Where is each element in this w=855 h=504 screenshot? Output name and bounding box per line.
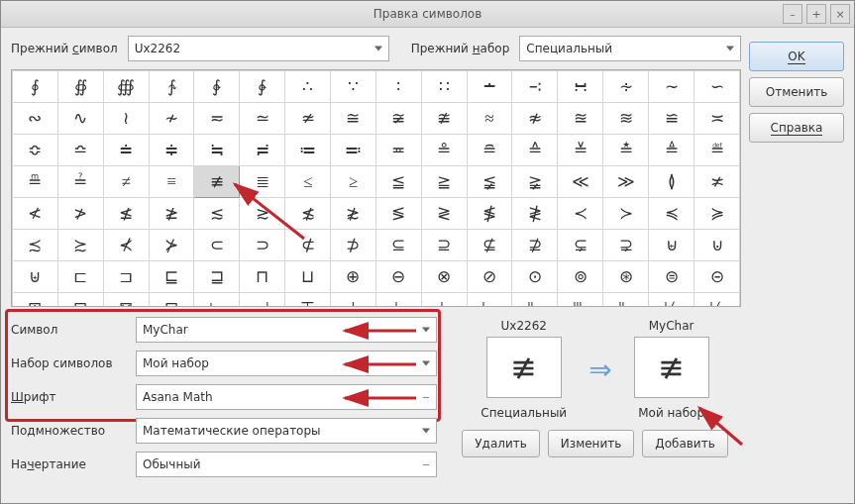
char-cell[interactable]: ≎: [13, 135, 58, 166]
char-cell[interactable]: ≺: [558, 198, 603, 230]
char-cell[interactable]: ≴: [285, 198, 331, 230]
char-cell[interactable]: ⊐: [103, 261, 149, 293]
char-cell[interactable]: ⊍: [695, 230, 740, 261]
char-cell[interactable]: ≧: [421, 166, 467, 198]
char-cell[interactable]: ⊆: [375, 230, 421, 261]
char-cell[interactable]: ⊤: [285, 293, 331, 308]
char-cell[interactable]: ≩: [512, 166, 558, 198]
char-cell[interactable]: ∺: [558, 71, 603, 103]
char-cell[interactable]: ∴: [285, 71, 331, 103]
char-cell[interactable]: ≰: [103, 198, 149, 230]
symbol-combo[interactable]: MyChar: [136, 317, 437, 343]
char-cell[interactable]: ≓: [240, 135, 285, 166]
char-cell[interactable]: ∹: [512, 71, 558, 103]
char-cell[interactable]: ⊞: [13, 293, 58, 308]
close-button[interactable]: ×: [830, 4, 850, 24]
char-cell[interactable]: ≭: [695, 166, 740, 198]
char-cell[interactable]: ≔: [285, 135, 331, 166]
char-cell[interactable]: ≂: [194, 103, 240, 135]
char-cell[interactable]: ≟: [57, 166, 103, 198]
char-cell[interactable]: ≜: [649, 135, 695, 166]
char-cell[interactable]: ≡: [149, 166, 194, 198]
char-cell[interactable]: ∽: [695, 71, 740, 103]
char-cell[interactable]: ∿: [57, 103, 103, 135]
char-cell[interactable]: ≒: [194, 135, 240, 166]
char-cell[interactable]: ≊: [558, 103, 603, 135]
char-cell[interactable]: ⊔: [285, 261, 331, 293]
char-cell[interactable]: ∾: [13, 103, 58, 135]
char-cell[interactable]: ⊨: [467, 293, 512, 308]
char-cell[interactable]: ∰: [103, 71, 149, 103]
minimize-button[interactable]: –: [783, 4, 802, 24]
char-cell[interactable]: ⊋: [603, 230, 649, 261]
char-cell[interactable]: ⊅: [331, 230, 376, 261]
char-cell[interactable]: ⊖: [375, 261, 421, 293]
char-cell[interactable]: ≋: [603, 103, 649, 135]
char-cell[interactable]: ∱: [149, 71, 194, 103]
char-cell[interactable]: ≱: [149, 198, 194, 230]
char-cell[interactable]: ≦: [375, 166, 421, 198]
char-cell[interactable]: ≍: [695, 103, 740, 135]
char-cell[interactable]: ≘: [467, 135, 512, 166]
char-cell[interactable]: ⊏: [57, 261, 103, 293]
char-cell[interactable]: ⊊: [558, 230, 603, 261]
char-cell[interactable]: ≐: [103, 135, 149, 166]
char-cell[interactable]: ∶: [375, 71, 421, 103]
char-cell[interactable]: ≣: [240, 166, 285, 198]
char-cell[interactable]: ⊪: [558, 293, 603, 308]
char-cell[interactable]: ⊩: [512, 293, 558, 308]
char-cell[interactable]: ≤: [285, 166, 331, 198]
char-cell[interactable]: ≢: [194, 166, 240, 198]
char-cell[interactable]: ∻: [603, 71, 649, 103]
char-cell[interactable]: ∳: [240, 71, 285, 103]
char-cell[interactable]: ⊄: [285, 230, 331, 261]
char-cell[interactable]: ⊬: [649, 293, 695, 308]
char-cell[interactable]: ≛: [603, 135, 649, 166]
char-cell[interactable]: ⊜: [649, 261, 695, 293]
char-cell[interactable]: ≵: [331, 198, 376, 230]
char-cell[interactable]: ≹: [512, 198, 558, 230]
char-cell[interactable]: ∼: [649, 71, 695, 103]
char-cell[interactable]: ≯: [57, 198, 103, 230]
char-cell[interactable]: ⊢: [194, 293, 240, 308]
char-cell[interactable]: ≃: [240, 103, 285, 135]
char-cell[interactable]: ∯: [57, 71, 103, 103]
help-button[interactable]: Справка: [749, 113, 844, 143]
char-cell[interactable]: ⊘: [467, 261, 512, 293]
char-cell[interactable]: ⊛: [603, 261, 649, 293]
char-cell[interactable]: ≇: [421, 103, 467, 135]
change-button[interactable]: Изменить: [548, 430, 635, 457]
char-cell[interactable]: ⊈: [467, 230, 512, 261]
char-cell[interactable]: ≪: [558, 166, 603, 198]
char-cell[interactable]: ≆: [375, 103, 421, 135]
char-cell[interactable]: ⊧: [421, 293, 467, 308]
char-cell[interactable]: ⊝: [695, 261, 740, 293]
char-cell[interactable]: ⊓: [240, 261, 285, 293]
char-cell[interactable]: ≕: [331, 135, 376, 166]
char-cell[interactable]: ⊁: [149, 230, 194, 261]
char-cell[interactable]: ⊦: [375, 293, 421, 308]
char-cell[interactable]: ≫: [603, 166, 649, 198]
char-cell[interactable]: ∵: [331, 71, 376, 103]
maximize-button[interactable]: +: [806, 4, 826, 24]
char-cell[interactable]: ⊭: [695, 293, 740, 308]
char-cell[interactable]: ⊃: [240, 230, 285, 261]
char-cell[interactable]: ⊠: [103, 293, 149, 308]
char-cell[interactable]: ⊇: [421, 230, 467, 261]
delete-button[interactable]: Удалить: [462, 430, 540, 457]
cancel-button[interactable]: Отменить: [749, 77, 844, 107]
char-cell[interactable]: ⊂: [194, 230, 240, 261]
char-cell[interactable]: ⊥: [331, 293, 376, 308]
char-cell[interactable]: ≷: [421, 198, 467, 230]
old-set-combo[interactable]: Специальный: [519, 36, 741, 61]
char-cell[interactable]: ≞: [13, 166, 58, 198]
char-cell[interactable]: ≁: [149, 103, 194, 135]
style-combo[interactable]: Обычный: [136, 452, 437, 477]
char-cell[interactable]: ⊡: [149, 293, 194, 308]
char-cell[interactable]: ⊕: [331, 261, 376, 293]
char-cell[interactable]: ≈: [467, 103, 512, 135]
char-cell[interactable]: ≳: [240, 198, 285, 230]
symbol-set-combo[interactable]: Мой набор: [136, 351, 437, 376]
char-cell[interactable]: ≨: [467, 166, 512, 198]
char-cell[interactable]: ≮: [13, 198, 58, 230]
